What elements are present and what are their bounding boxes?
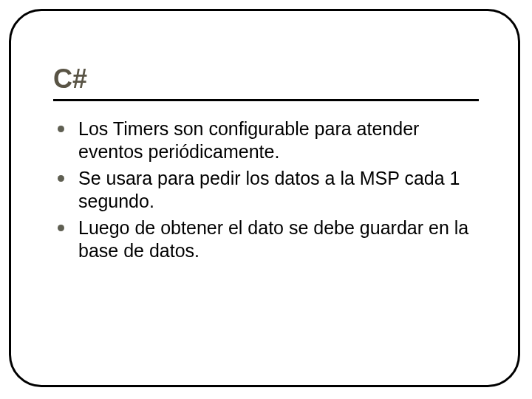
bullet-icon: [58, 225, 64, 231]
slide-content: C# Los Timers son configurable para aten…: [0, 0, 532, 399]
title-underline: [53, 99, 479, 101]
bullet-text: Se usara para pedir los datos a la MSP c…: [78, 168, 460, 211]
slide-title: C#: [53, 64, 479, 96]
bullet-text: Los Timers son configurable para atender…: [78, 118, 419, 162]
list-item: Se usara para pedir los datos a la MSP c…: [53, 167, 479, 212]
bullet-text: Luego de obtener el dato se debe guardar…: [78, 217, 468, 261]
bullet-icon: [58, 126, 64, 132]
bullet-icon: [58, 175, 64, 182]
list-item: Luego de obtener el dato se debe guardar…: [53, 216, 479, 262]
bullet-list: Los Timers son configurable para atender…: [53, 117, 479, 262]
list-item: Los Timers son configurable para atender…: [53, 117, 479, 163]
